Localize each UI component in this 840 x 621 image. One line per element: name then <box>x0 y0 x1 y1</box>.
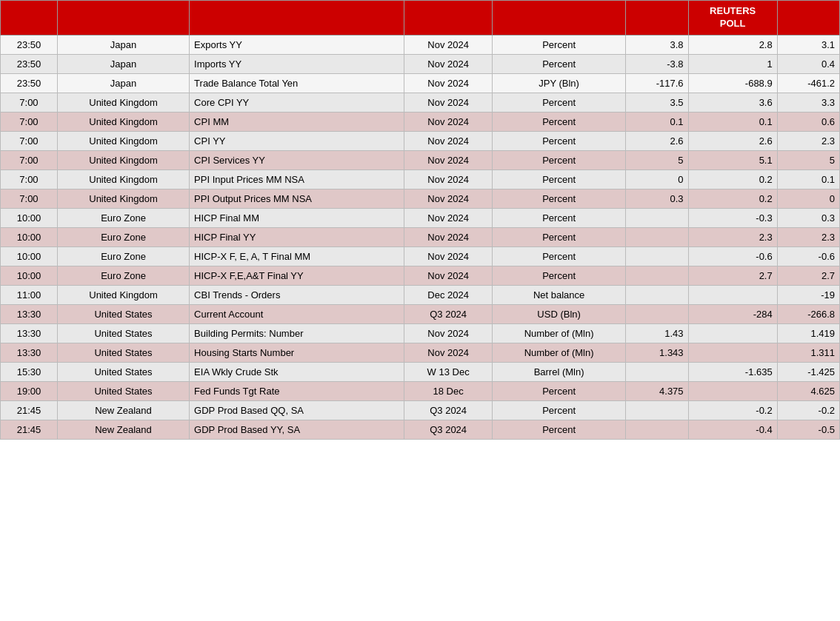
actual-cell: 1.43 <box>626 323 688 343</box>
poll-cell: 0.2 <box>688 169 777 189</box>
poll-cell <box>688 285 777 304</box>
period-cell: Nov 2024 <box>404 169 492 189</box>
unit-cell: Percent <box>492 208 626 227</box>
prior-cell: 1.419 <box>777 323 839 343</box>
indicator-cell: PPI Input Prices MM NSA <box>190 169 404 189</box>
unit-cell: Percent <box>492 169 626 189</box>
poll-cell <box>688 323 777 343</box>
actual-cell <box>626 304 688 323</box>
period-cell: Nov 2024 <box>404 93 492 112</box>
header-unit <box>492 1 626 36</box>
poll-cell: -0.3 <box>688 208 777 227</box>
gmt-cell: 19:00 <box>1 381 58 400</box>
prior-cell: 0.6 <box>777 112 839 131</box>
prior-cell: 2.3 <box>777 227 839 246</box>
prior-cell: -461.2 <box>777 73 839 93</box>
gmt-cell: 11:00 <box>1 285 58 304</box>
unit-cell: Number of (Mln) <box>492 323 626 343</box>
header-indicator <box>190 1 404 36</box>
header-prior <box>777 1 839 36</box>
actual-cell: 3.5 <box>626 93 688 112</box>
unit-cell: Percent <box>492 131 626 150</box>
unit-cell: Percent <box>492 381 626 400</box>
prior-cell: -0.6 <box>777 246 839 266</box>
prior-cell: -266.8 <box>777 304 839 323</box>
prior-cell: 3.3 <box>777 93 839 112</box>
actual-cell <box>626 227 688 246</box>
indicator-cell: CBI Trends - Orders <box>190 285 404 304</box>
poll-cell: 2.8 <box>688 35 777 54</box>
country-cell: United Kingdom <box>57 150 189 169</box>
gmt-cell: 10:00 <box>1 266 58 285</box>
country-cell: United States <box>57 381 189 400</box>
unit-cell: Percent <box>492 246 626 266</box>
country-cell: United States <box>57 362 189 381</box>
actual-cell: 4.375 <box>626 381 688 400</box>
period-cell: Nov 2024 <box>404 112 492 131</box>
indicator-cell: Trade Balance Total Yen <box>190 73 404 93</box>
country-cell: New Zealand <box>57 420 189 439</box>
actual-cell: 5 <box>626 150 688 169</box>
indicator-cell: HICP Final MM <box>190 208 404 227</box>
indicator-cell: Current Account <box>190 304 404 323</box>
unit-cell: JPY (Bln) <box>492 73 626 93</box>
prior-cell: 1.311 <box>777 343 839 362</box>
country-cell: United Kingdom <box>57 93 189 112</box>
country-cell: Japan <box>57 54 189 73</box>
country-cell: United States <box>57 323 189 343</box>
indicator-cell: CPI YY <box>190 131 404 150</box>
gmt-cell: 7:00 <box>1 112 58 131</box>
poll-cell: 1 <box>688 54 777 73</box>
country-cell: United Kingdom <box>57 189 189 208</box>
actual-cell: 0.3 <box>626 189 688 208</box>
country-cell: Euro Zone <box>57 227 189 246</box>
actual-cell <box>626 400 688 420</box>
actual-cell: 0.1 <box>626 112 688 131</box>
country-cell: United Kingdom <box>57 112 189 131</box>
gmt-cell: 13:30 <box>1 343 58 362</box>
country-cell: United Kingdom <box>57 285 189 304</box>
poll-cell: 3.6 <box>688 93 777 112</box>
period-cell: Nov 2024 <box>404 246 492 266</box>
prior-cell: 2.3 <box>777 131 839 150</box>
poll-cell: 2.3 <box>688 227 777 246</box>
indicator-cell: Housing Starts Number <box>190 343 404 362</box>
country-cell: United States <box>57 343 189 362</box>
actual-cell <box>626 420 688 439</box>
indicator-cell: Core CPI YY <box>190 93 404 112</box>
indicator-cell: PPI Output Prices MM NSA <box>190 189 404 208</box>
period-cell: Nov 2024 <box>404 131 492 150</box>
indicator-cell: Exports YY <box>190 35 404 54</box>
poll-cell <box>688 381 777 400</box>
actual-cell: -117.6 <box>626 73 688 93</box>
gmt-cell: 10:00 <box>1 227 58 246</box>
period-cell: Nov 2024 <box>404 343 492 362</box>
unit-cell: Percent <box>492 420 626 439</box>
poll-cell: 0.1 <box>688 112 777 131</box>
actual-cell <box>626 285 688 304</box>
poll-cell <box>688 343 777 362</box>
poll-cell: -1.635 <box>688 362 777 381</box>
actual-cell <box>626 266 688 285</box>
indicator-cell: CPI MM <box>190 112 404 131</box>
prior-cell: -0.2 <box>777 400 839 420</box>
indicator-cell: CPI Services YY <box>190 150 404 169</box>
prior-cell: 0.1 <box>777 169 839 189</box>
gmt-cell: 23:50 <box>1 54 58 73</box>
indicator-cell: HICP-X F,E,A&T Final YY <box>190 266 404 285</box>
gmt-cell: 7:00 <box>1 169 58 189</box>
gmt-cell: 21:45 <box>1 400 58 420</box>
poll-cell: -0.6 <box>688 246 777 266</box>
period-cell: Nov 2024 <box>404 208 492 227</box>
indicator-cell: Building Permits: Number <box>190 323 404 343</box>
country-cell: Japan <box>57 73 189 93</box>
unit-cell: Percent <box>492 150 626 169</box>
poll-cell: -284 <box>688 304 777 323</box>
prior-cell: 5 <box>777 150 839 169</box>
indicator-cell: Imports YY <box>190 54 404 73</box>
unit-cell: USD (Bln) <box>492 304 626 323</box>
gmt-cell: 13:30 <box>1 304 58 323</box>
indicator-cell: HICP-X F, E, A, T Final MM <box>190 246 404 266</box>
unit-cell: Number of (Mln) <box>492 343 626 362</box>
indicator-cell: GDP Prod Based YY, SA <box>190 420 404 439</box>
